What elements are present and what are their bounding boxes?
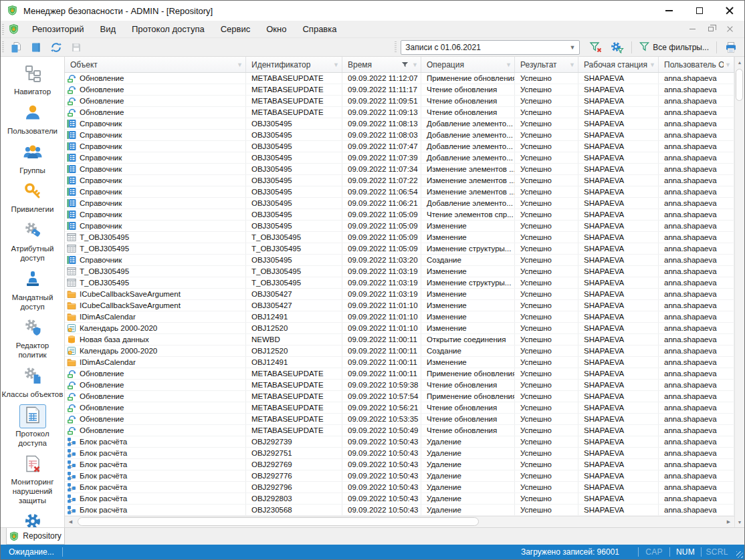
sidebar-item-service[interactable]: Сервис [1, 511, 64, 527]
table-row[interactable]: T_OBJ305495 T_OBJ305495 09.09.2022 11:03… [65, 266, 734, 277]
sidebar-item-groups[interactable]: Группы [1, 141, 64, 176]
column-header-1[interactable]: Идентификатор ▼ [246, 57, 342, 72]
minimize-button[interactable] [654, 1, 684, 21]
column-header-3[interactable]: Операция ▼ [421, 57, 515, 72]
column-header-2[interactable]: Время ▼ [342, 57, 421, 72]
column-header-5[interactable]: Рабочая станция ▼ [578, 57, 659, 72]
clear-filter-button[interactable] [587, 39, 605, 55]
vscroll-track[interactable] [735, 67, 744, 517]
close-button[interactable] [714, 1, 744, 21]
vscroll-thumb[interactable] [736, 69, 743, 101]
table-row[interactable]: Справочник OBJ305495 09.09.2022 11:08:13… [65, 118, 734, 130]
open-button[interactable] [27, 39, 45, 55]
dropdown-arrow-icon[interactable]: ▼ [237, 61, 243, 68]
table-row[interactable]: Блок расчёта OBJ292769 09.09.2022 10:50:… [65, 459, 734, 470]
sidebar-item-mandatory-access[interactable]: Мандатный доступ [1, 268, 64, 312]
table-row[interactable]: Обновление METABASEUPDATE 09.09.2022 10:… [65, 402, 734, 414]
table-row[interactable]: Справочник OBJ305495 09.09.2022 11:08:03… [65, 130, 734, 141]
table-row[interactable]: Обновление METABASEUPDATE 09.09.2022 10:… [65, 380, 734, 391]
table-row[interactable]: T_OBJ305495 T_OBJ305495 09.09.2022 11:05… [65, 232, 734, 243]
table-row[interactable]: Справочник OBJ305495 09.09.2022 11:07:39… [65, 152, 734, 164]
scroll-up-icon[interactable]: ▲ [735, 57, 744, 67]
mdi-restore-button[interactable] [702, 21, 720, 37]
table-row[interactable]: Справочник OBJ305495 09.09.2022 11:07:34… [65, 164, 734, 175]
sidebar-item-object-classes[interactable]: Классы объектов [1, 365, 64, 400]
table-row[interactable]: Справочник OBJ305495 09.09.2022 11:06:54… [65, 186, 734, 198]
menu-item-0[interactable]: Репозиторий [24, 21, 92, 37]
table-row[interactable]: T_OBJ305495 T_OBJ305495 09.09.2022 11:05… [65, 243, 734, 255]
dropdown-arrow-icon[interactable]: ▼ [725, 61, 731, 68]
dropdown-arrow-icon[interactable]: ▼ [333, 61, 339, 68]
records-filter-combobox[interactable]: Записи с 01.06.2021 ▼ [401, 40, 580, 55]
table-row[interactable]: Справочник OBJ305495 09.09.2022 11:05:09… [65, 209, 734, 221]
dropdown-arrow-icon[interactable]: ▼ [649, 61, 655, 68]
sidebar-item-attribute-access[interactable]: Атрибутный доступ [1, 219, 64, 263]
sidebar-item-navigator[interactable]: Навигатор [1, 62, 64, 97]
table-row[interactable]: Справочник OBJ305495 09.09.2022 11:03:20… [65, 255, 734, 266]
mdi-minimize-button[interactable] [683, 21, 702, 37]
all-filters-button[interactable]: Все фильтры... [637, 40, 712, 55]
table-row[interactable]: Блок расчёта OBJ292751 09.09.2022 10:50:… [65, 448, 734, 459]
menu-item-1[interactable]: Вид [92, 21, 124, 37]
sidebar-item-access-protocol[interactable]: Протокол доступа [1, 404, 64, 448]
scroll-right-icon[interactable]: ▶ [723, 517, 734, 527]
table-row[interactable]: ICubeCallbackSaveArgument OBJ305427 09.0… [65, 289, 734, 300]
vertical-scrollbar[interactable]: ▲ ▼ [734, 57, 744, 527]
table-row[interactable]: T_OBJ305495 T_OBJ305495 09.09.2022 11:03… [65, 277, 734, 289]
table-row[interactable]: Обновление METABASEUPDATE 09.09.2022 11:… [65, 107, 734, 118]
copy-button[interactable] [7, 39, 25, 55]
sidebar-item-users[interactable]: Пользователи [1, 102, 64, 136]
table-row[interactable]: Обновление METABASEUPDATE 09.09.2022 11:… [65, 368, 734, 380]
table-row[interactable]: Обновление METABASEUPDATE 09.09.2022 11:… [65, 96, 734, 107]
tab-repository[interactable]: Repository [6, 528, 65, 545]
table-row[interactable]: Справочник OBJ305495 09.09.2022 11:07:47… [65, 141, 734, 152]
table-row[interactable]: IDimAsCalendar OBJ12491 09.09.2022 11:01… [65, 311, 734, 323]
mdi-close-button[interactable] [720, 21, 739, 37]
table-row[interactable]: Обновление METABASEUPDATE 09.09.2022 10:… [65, 425, 734, 436]
resize-grip[interactable] [734, 545, 744, 559]
column-header-4[interactable]: Результат ▼ [515, 57, 578, 72]
table-row[interactable]: Обновление METABASEUPDATE 09.09.2022 10:… [65, 414, 734, 425]
table-row[interactable]: Обновление METABASEUPDATE 09.09.2022 11:… [65, 73, 734, 84]
print-button[interactable] [722, 39, 740, 55]
active-filter-icon[interactable] [401, 61, 409, 68]
sidebar-item-policy-editor[interactable]: Редактор политик [1, 316, 64, 360]
refresh-button[interactable] [47, 39, 66, 55]
table-row[interactable]: IDimAsCalendar OBJ12491 09.09.2022 11:00… [65, 357, 734, 368]
table-row[interactable]: Обновление METABASEUPDATE 09.09.2022 10:… [65, 391, 734, 402]
table-row[interactable]: Справочник OBJ305495 09.09.2022 11:07:22… [65, 175, 734, 186]
column-header-0[interactable]: Объект ▼ [65, 57, 246, 72]
sidebar-item-privileges[interactable]: Привилегии [1, 180, 64, 215]
dropdown-arrow-icon[interactable]: ▼ [412, 61, 418, 68]
table-row[interactable]: Новая база данных NEWBD 09.09.2022 11:00… [65, 334, 734, 345]
menu-item-2[interactable]: Протокол доступа [124, 21, 213, 37]
menu-item-3[interactable]: Сервис [213, 21, 259, 37]
table-row[interactable]: Справочник OBJ305495 09.09.2022 11:06:21… [65, 198, 734, 209]
sidebar-item-monitoring[interactable]: Мониторинг нарушений защиты [1, 452, 64, 505]
filter-settings-button[interactable] [608, 39, 627, 55]
dropdown-arrow-icon[interactable]: ▼ [506, 61, 512, 68]
table-row[interactable]: Календарь 2000-2020 OBJ12520 09.09.2022 … [65, 345, 734, 357]
hscroll-thumb[interactable] [78, 517, 479, 526]
dropdown-arrow-icon[interactable]: ▼ [569, 61, 575, 68]
table-row[interactable]: ICubeCallbackSaveArgument OBJ305427 09.0… [65, 300, 734, 311]
column-header-label: Время [348, 60, 401, 69]
table-row[interactable]: Справочник OBJ305495 09.09.2022 11:05:09… [65, 221, 734, 232]
table-row[interactable]: Блок расчёта OBJ292803 09.09.2022 10:50:… [65, 493, 734, 505]
table-row[interactable]: Блок расчёта OBJ292796 09.09.2022 10:50:… [65, 482, 734, 493]
column-header-6[interactable]: Пользователь ОС ▼ [659, 57, 734, 72]
horizontal-scrollbar[interactable]: ◀ ▶ [65, 516, 734, 527]
menu-item-4[interactable]: Окно [258, 21, 294, 37]
table-row[interactable]: Обновление METABASEUPDATE 09.09.2022 11:… [65, 84, 734, 96]
menu-item-5[interactable]: Справка [294, 21, 344, 37]
table-row[interactable]: Календарь 2000-2020 OBJ12520 09.09.2022 … [65, 323, 734, 334]
chevron-down-icon[interactable]: ▼ [569, 44, 575, 51]
table-row[interactable]: Блок расчёта OBJ292739 09.09.2022 10:50:… [65, 436, 734, 448]
table-row[interactable]: Блок расчёта OBJ230568 09.09.2022 10:50:… [65, 505, 734, 516]
hscroll-track[interactable] [76, 517, 723, 527]
scroll-down-icon[interactable]: ▼ [735, 517, 744, 527]
save-button[interactable] [67, 39, 86, 55]
maximize-button[interactable] [684, 1, 714, 21]
table-row[interactable]: Блок расчёта OBJ292776 09.09.2022 10:50:… [65, 470, 734, 482]
scroll-left-icon[interactable]: ◀ [65, 517, 76, 527]
